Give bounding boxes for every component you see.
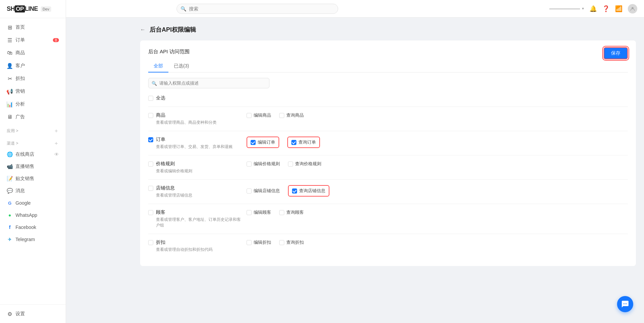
perm-group-name: 顾客 [156,209,183,215]
telegram-icon: ✈ [7,236,13,242]
channels-add-icon[interactable]: ＋ [54,140,59,147]
back-button[interactable]: ← [140,27,146,33]
save-button[interactable]: 保存 [604,47,628,59]
sidebar-item-label: 折扣 [15,76,25,82]
sidebar-item-messages[interactable]: 💬 消息 [0,185,66,197]
facebook-icon: f [7,224,13,230]
perm-group-header: 订单 查看或管理订单、交易、发货、弃单和退账 编辑订单 查询订单 [148,137,628,150]
sidebar-item-marketing[interactable]: 📢 营销 [0,85,66,98]
sidebar-item-home[interactable]: ⊞ 首页 [0,21,66,34]
perm-option-label: 编辑订单 [258,139,275,145]
perm-options: 编辑商品 查询商品 [247,112,628,118]
perm-option: 查询价格规则 [288,161,321,167]
perm-store-checkbox[interactable] [148,186,153,191]
channel-label: 贴文销售 [15,176,34,182]
env-badge: Dev [41,6,52,12]
perm-query-store-checkbox[interactable] [292,188,297,194]
sidebar-item-label: 商品 [15,50,25,56]
perm-option: 编辑顾客 [247,209,271,215]
panel-search-icon: 🔍 [152,81,157,86]
channels-section[interactable]: 渠道 > ＋ [0,136,66,148]
sidebar-item-orders[interactable]: ☰ 订单 8 [0,34,66,47]
perm-option-label: 查询商品 [286,112,304,118]
perm-edit-discount-checkbox[interactable] [247,240,252,245]
sidebar-item-google[interactable]: G Google [0,197,66,209]
sidebar-item-label: 广告 [15,114,25,120]
apps-section[interactable]: 应用 > ＋ [0,123,66,136]
topbar-user[interactable]: ——————— ▾ [549,6,584,11]
channel-label: 直播销售 [15,164,34,170]
perm-query-customer-checkbox[interactable] [279,210,284,215]
eye-icon[interactable]: 👁 [54,152,59,157]
perm-option: 查询顾客 [279,209,304,215]
sidebar-item-online-store[interactable]: 🌐 在线商店 👁 [0,148,66,160]
perm-discounts-checkbox[interactable] [148,240,153,245]
sidebar-item-settings[interactable]: ⚙ 设置 [0,307,66,320]
search-input[interactable] [176,4,338,14]
sidebar-item-live-sales[interactable]: 📹 直播销售 [0,160,66,173]
perm-option-label: 编辑价格规则 [254,161,280,167]
chat-fab-button[interactable] [617,296,633,312]
perm-customers-checkbox[interactable] [148,210,153,215]
permission-list: 商品 查看或管理商品、商品变种和分类 编辑商品 查询商品 [148,107,628,258]
perm-group-desc: 查看或管理自动折扣和折扣代码 [148,247,243,253]
perm-group-desc: 查看或编辑价格规则 [148,168,243,174]
perm-options: 编辑店铺信息 查询店铺信息 [247,185,628,197]
channel-label: 消息 [15,188,25,194]
settings-icon: ⚙ [7,311,13,317]
tab-all[interactable]: 全部 [148,60,168,72]
permission-search-input[interactable] [148,78,269,88]
question-icon[interactable]: ❓ [602,5,610,12]
select-all-row: 全选 [148,94,628,102]
sidebar-item-discounts[interactable]: ✂ 折扣 [0,72,66,85]
sidebar-item-facebook[interactable]: f Facebook [0,221,66,233]
sidebar-item-label: 首页 [15,24,25,30]
perm-options: 编辑价格规则 查询价格规则 [247,161,628,167]
sidebar-item-label: 订单 [15,37,25,43]
perm-query-discount-checkbox[interactable] [279,240,284,245]
tab-selected[interactable]: 已选(3) [168,60,194,72]
channel-label: 在线商店 [15,151,34,157]
perm-edit-product-checkbox[interactable] [247,113,252,118]
perm-option: 编辑价格规则 [247,161,280,167]
select-all-checkbox[interactable] [148,96,153,101]
perm-edit-customer-checkbox[interactable] [247,210,252,215]
sidebar-item-analytics[interactable]: 📊 分析 [0,98,66,111]
bell-icon[interactable]: 🔔 [589,5,597,12]
avatar[interactable] [628,4,637,13]
perm-option-highlighted: 查询订单 [287,137,320,148]
sidebar-item-whatsapp[interactable]: ● WhatsApp [0,209,66,221]
sidebar-item-customers[interactable]: 👤 客户 [0,59,66,72]
topbar: 🔍 ——————— ▾ 🔔 ❓ 📶 [66,0,644,18]
perm-edit-pricing-checkbox[interactable] [247,162,252,167]
google-icon: G [7,200,13,206]
wifi-icon[interactable]: 📶 [615,5,622,12]
sidebar-item-post-sales[interactable]: 📝 贴文销售 [0,173,66,185]
perm-group-desc: 查看或管理商品、商品变种和分类 [148,120,243,125]
perm-edit-order-checkbox[interactable] [251,140,256,145]
sidebar-item-products[interactable]: 🛍 商品 [0,47,66,59]
sidebar: SHOPLINE Dev ⊞ 首页 ☰ 订单 8 🛍 商品 👤 客户 ✂ 折扣 … [0,0,66,323]
svg-point-3 [626,303,627,304]
perm-group-header: 商品 查看或管理商品、商品变种和分类 编辑商品 查询商品 [148,112,628,125]
perm-products-checkbox[interactable] [148,113,153,118]
user-name: ——————— [549,6,580,11]
perm-orders-checkbox[interactable] [148,137,153,142]
perm-pricing-checkbox[interactable] [148,162,153,167]
channel-label: WhatsApp [15,212,37,218]
perm-query-order-checkbox[interactable] [291,140,296,145]
search-icon: 🔍 [181,6,186,11]
perm-query-product-checkbox[interactable] [279,113,284,118]
perm-option-label: 查询顾客 [286,209,304,215]
perm-edit-store-checkbox[interactable] [247,188,252,194]
sidebar-item-ads[interactable]: 🖥 广告 [0,111,66,123]
online-store-icon: 🌐 [7,151,13,157]
perm-group-discounts: 折扣 查看或管理自动折扣和折扣代码 编辑折扣 查询折扣 [148,234,628,258]
app-logo: SHOPLINE [7,5,38,12]
analytics-icon: 📊 [7,101,13,107]
perm-query-pricing-checkbox[interactable] [288,162,293,167]
apps-add-icon[interactable]: ＋ [54,127,59,135]
sidebar-item-telegram[interactable]: ✈ Telegram [0,233,66,245]
content-card: 后台 API 访问范围 保存 全部 已选(3) 🔍 全选 商品 [140,40,636,266]
perm-option-highlighted: 编辑订单 [247,137,279,148]
